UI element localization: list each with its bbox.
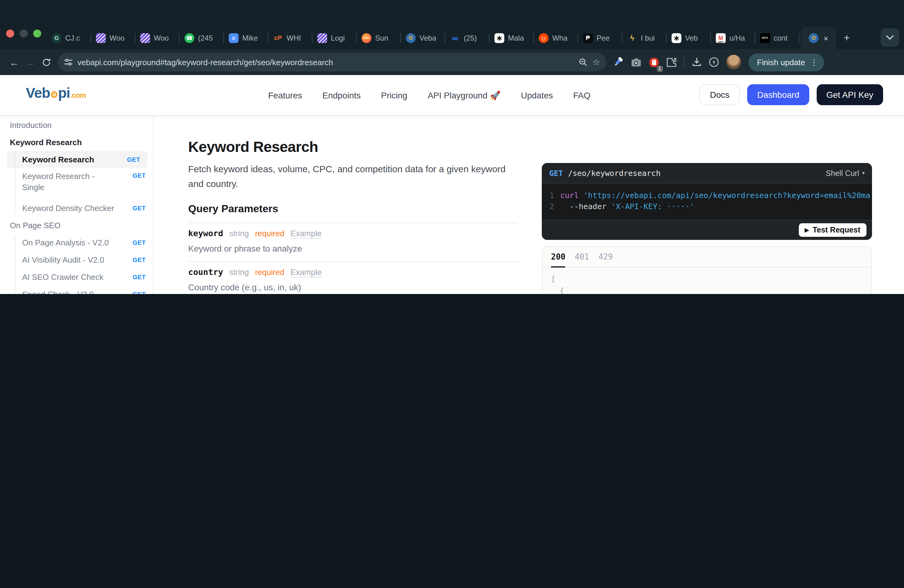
tab-200[interactable]: 200: [551, 247, 566, 267]
tab-title: Sun: [375, 34, 388, 43]
browser-tab[interactable]: SUNOSun: [357, 28, 401, 49]
nav-features[interactable]: Features: [268, 90, 302, 100]
code-line: 2 --header 'X-API-KEY: ·····': [542, 201, 872, 212]
sidebar-item-speed-check[interactable]: Speed Check - V2.0GET: [0, 285, 153, 294]
nav-faq[interactable]: FAQ: [573, 90, 590, 100]
performance-leaf-icon[interactable]: [709, 57, 719, 67]
get-api-key-button[interactable]: Get API Key: [816, 84, 883, 105]
browser-tab[interactable]: cPWHI: [268, 28, 312, 49]
tab-title: Logi: [331, 34, 345, 43]
reload-icon: [41, 57, 51, 67]
browser-tab[interactable]: ₱Pee: [578, 28, 622, 49]
tune-icon[interactable]: [64, 58, 73, 66]
param-example-link[interactable]: Example: [291, 229, 322, 239]
param-country-desc: Country code (e.g., us, in, uk): [188, 282, 301, 292]
browser-tab[interactable]: DEVcont: [755, 28, 800, 49]
adblock-icon[interactable]: 1: [649, 57, 659, 67]
browser-tab[interactable]: Woo: [135, 28, 180, 49]
play-icon: ▶: [805, 227, 809, 233]
endpoint-description: Fetch keyword ideas, volume, CPC, and co…: [188, 162, 520, 191]
sidebar-section-keyword-research[interactable]: Keyword Research: [0, 133, 153, 151]
browser-tab[interactable]: ∗Veb: [667, 28, 711, 49]
tab-401[interactable]: 401: [575, 247, 589, 267]
tab-search-button[interactable]: [880, 28, 899, 47]
browser-tab[interactable]: GCJ.c: [47, 28, 91, 49]
vebapi-favicon-icon: ⚙: [809, 33, 819, 43]
zoom-out-icon[interactable]: [579, 58, 588, 66]
nav-endpoints[interactable]: Endpoints: [322, 90, 361, 100]
meta-favicon-icon: ∞: [450, 33, 460, 43]
browser-tab[interactable]: ☎(245: [180, 28, 224, 49]
gmail-favicon-icon: M100+: [716, 33, 725, 43]
json-line: [: [551, 274, 863, 285]
browser-tab[interactable]: ϟI bui: [622, 28, 667, 49]
minimize-window-button[interactable]: [20, 30, 28, 38]
main-content: Keyword Research Fetch keyword ideas, vo…: [154, 115, 904, 294]
browser-tab[interactable]: Woo: [91, 28, 135, 49]
finish-update-button[interactable]: Finish update ⋮: [748, 53, 824, 71]
unread-count-badge: 100+: [716, 41, 725, 44]
param-example-link[interactable]: Example: [291, 267, 322, 277]
header-flag: --header: [560, 201, 611, 212]
chatgpt-favicon-icon: ∗: [495, 33, 504, 43]
active-browser-tab[interactable]: ⚙ ×: [801, 27, 836, 49]
tab-title: Pee: [596, 34, 610, 43]
browser-tab[interactable]: ≡Mike: [224, 28, 268, 49]
reload-button[interactable]: [38, 57, 54, 67]
browser-tab[interactable]: ∞(25): [445, 28, 490, 49]
nav-updates[interactable]: Updates: [521, 90, 553, 100]
downloads-icon[interactable]: [692, 57, 702, 67]
color-picker-icon[interactable]: [614, 57, 624, 67]
toolbar-separator: [684, 57, 684, 67]
nav-api-playground[interactable]: API Playground 🚀: [428, 90, 501, 100]
sidebar-group: Keyword ResearchGET Keyword Research - S…: [0, 151, 153, 217]
logo-suffix: .com: [70, 91, 86, 100]
sidebar-item-on-page-analysis[interactable]: On Page Analysis - V2.0GET: [0, 234, 153, 251]
back-button[interactable]: ←: [6, 57, 22, 67]
sidebar-section-on-page-seo[interactable]: On Page SEO: [0, 217, 153, 234]
browser-menu-kebab-icon[interactable]: ⋮: [810, 57, 818, 67]
code-line: 1curl 'https://vebapi.com/api/seo/keywor…: [542, 190, 872, 201]
cj-favicon-icon: G: [52, 33, 62, 43]
sidebar-item-ai-seo-crawler-check[interactable]: AI SEO Crawler CheckGET: [0, 268, 153, 285]
vebapi-favicon-icon: ⚙: [406, 33, 416, 43]
sidebar-item-label: On Page Analysis - V2.0: [22, 238, 109, 247]
logo-gear-icon: ⚙: [50, 89, 58, 100]
docs-button[interactable]: Docs: [700, 84, 740, 105]
tab-title: (25): [464, 34, 477, 43]
address-bar[interactable]: vebapi.com/playground#tag/keyword-resear…: [58, 53, 606, 71]
tab-title: Veb: [685, 34, 698, 43]
tab-429[interactable]: 429: [598, 247, 613, 267]
close-tab-icon[interactable]: ×: [823, 34, 828, 42]
sidebar-item-keyword-research-single[interactable]: Keyword Research - SingleGET: [0, 168, 153, 199]
browser-tab[interactable]: Logi: [312, 28, 357, 49]
screenshot-camera-icon[interactable]: [631, 57, 642, 67]
test-request-button[interactable]: ▶ Test Request: [798, 223, 866, 237]
tab-list: GCJ.c Woo Woo ☎(245 ≡Mike cPWHI Logi SUN…: [47, 27, 850, 49]
sidebar-item-keyword-density-checker[interactable]: Keyword Density CheckerGET: [0, 199, 153, 217]
extensions-puzzle-icon[interactable]: [667, 57, 676, 67]
endpoint-path: /seo/keywordresearch: [568, 169, 661, 178]
request-code-panel: GET /seo/keywordresearch Shell Curl▾ 1cu…: [542, 163, 872, 240]
dashboard-button[interactable]: Dashboard: [747, 84, 809, 105]
sidebar-item-keyword-research[interactable]: Keyword ResearchGET: [7, 151, 148, 168]
new-tab-button[interactable]: +: [844, 32, 850, 44]
language-selector[interactable]: Shell Curl▾: [826, 169, 864, 177]
browser-tab[interactable]: ∗Mala: [490, 28, 534, 49]
browser-tab[interactable]: ☺Wha: [534, 28, 578, 49]
vebapi-logo[interactable]: Veb⚙pi.com: [26, 85, 86, 101]
close-window-button[interactable]: [6, 30, 14, 38]
forward-button[interactable]: →: [22, 57, 38, 67]
suno-favicon-icon: SUNO: [362, 33, 371, 43]
sidebar-section-introduction[interactable]: Introduction: [0, 116, 153, 133]
url-text[interactable]: vebapi.com/playground#tag/keyword-resear…: [77, 57, 574, 67]
nav-pricing[interactable]: Pricing: [381, 90, 408, 100]
maximize-window-button[interactable]: [33, 30, 41, 38]
bookmark-star-icon[interactable]: ☆: [593, 57, 600, 67]
sidebar-item-ai-visibility-audit[interactable]: AI Visibility Audit - V2.0GET: [0, 251, 153, 268]
browser-tab[interactable]: M100+u/Ha: [711, 28, 755, 49]
api-key-string: 'X-API-KEY: ·····': [611, 201, 695, 212]
sidebar-item-label: Keyword Research: [22, 155, 94, 164]
profile-avatar[interactable]: [726, 55, 741, 70]
browser-tab[interactable]: ⚙Veba: [401, 28, 445, 49]
